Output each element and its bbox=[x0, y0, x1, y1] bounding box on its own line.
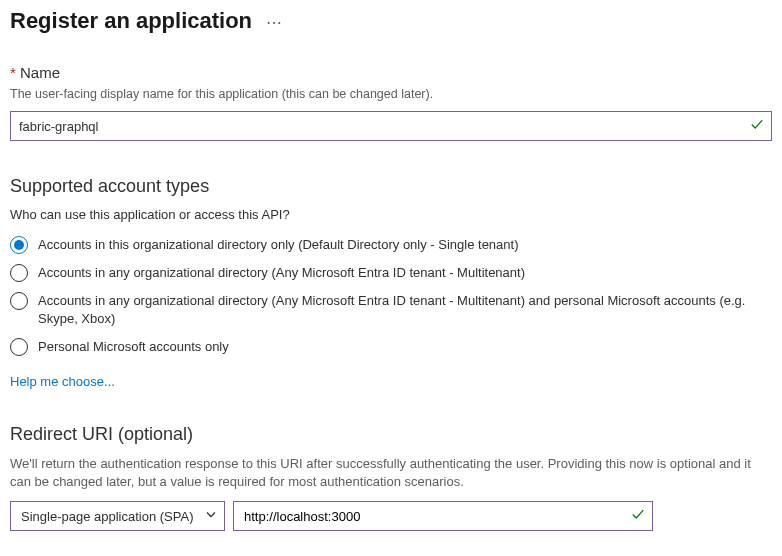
account-types-radio-group: Accounts in this organizational director… bbox=[10, 236, 772, 356]
radio-option-personal-only[interactable]: Personal Microsoft accounts only bbox=[10, 338, 772, 356]
page-title: Register an application bbox=[10, 8, 252, 34]
redirect-uri-input[interactable] bbox=[233, 501, 653, 531]
name-description: The user-facing display name for this ap… bbox=[10, 87, 772, 101]
name-input[interactable] bbox=[10, 111, 772, 141]
account-types-heading: Supported account types bbox=[10, 176, 772, 197]
radio-button[interactable] bbox=[10, 264, 28, 282]
platform-select-value: Single-page application (SPA) bbox=[21, 509, 193, 524]
radio-button[interactable] bbox=[10, 338, 28, 356]
radio-option-multitenant[interactable]: Accounts in any organizational directory… bbox=[10, 264, 772, 282]
radio-button[interactable] bbox=[10, 292, 28, 310]
redirect-uri-description: We'll return the authentication response… bbox=[10, 455, 772, 491]
radio-label: Personal Microsoft accounts only bbox=[38, 338, 229, 356]
radio-label: Accounts in any organizational directory… bbox=[38, 292, 772, 328]
radio-option-single-tenant[interactable]: Accounts in this organizational director… bbox=[10, 236, 772, 254]
name-label: Name bbox=[10, 64, 772, 81]
help-me-choose-link[interactable]: Help me choose... bbox=[10, 374, 115, 389]
radio-label: Accounts in any organizational directory… bbox=[38, 264, 525, 282]
redirect-uri-heading: Redirect URI (optional) bbox=[10, 424, 772, 445]
radio-button[interactable] bbox=[10, 236, 28, 254]
platform-select[interactable]: Single-page application (SPA) bbox=[10, 501, 225, 531]
radio-label: Accounts in this organizational director… bbox=[38, 236, 519, 254]
radio-option-multitenant-personal[interactable]: Accounts in any organizational directory… bbox=[10, 292, 772, 328]
more-icon[interactable]: ⋯ bbox=[266, 11, 283, 32]
account-types-question: Who can use this application or access t… bbox=[10, 207, 772, 222]
chevron-down-icon bbox=[205, 509, 217, 524]
